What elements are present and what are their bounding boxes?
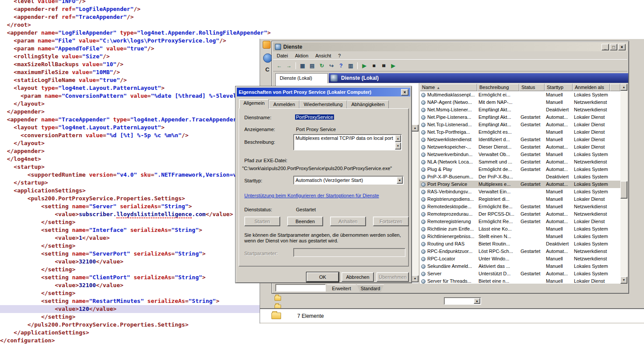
code-editor[interactable]: <level value="INFO"/> <appender-ref ref=… [0, 0, 261, 345]
column-header-anmelden[interactable]: Anmelden als [573, 84, 610, 91]
pause-service-icon[interactable]: ▮▮ [379, 61, 388, 70]
service-row[interactable]: Remotedesktopdie...Ermöglicht Be...Gesta… [420, 203, 620, 210]
tab-anmelden[interactable]: Anmelden [269, 100, 299, 109]
extended-pane-scrollbar[interactable]: ▲ ▼ [412, 124, 419, 282]
scroll-up-icon[interactable]: ▲ [620, 84, 627, 91]
service-row[interactable]: Net.Tcp-Portfreiga...Ermöglicht es...Man… [420, 128, 620, 136]
service-row[interactable]: Multimediaklassenpl...Ermöglicht ei...Ma… [420, 91, 620, 99]
service-filler-cell [610, 248, 620, 255]
beenden-button[interactable]: Beenden [287, 217, 323, 226]
show-console-tree-icon[interactable]: ▦ [298, 61, 307, 70]
starttyp-combobox[interactable]: Automatisch (Verzögerter Start) ▼ [293, 176, 404, 185]
service-startup-cell: Manuell [545, 225, 573, 233]
anhalten-button[interactable]: Anhalten [330, 217, 366, 226]
export-list-icon[interactable]: ▤ [308, 61, 317, 70]
service-row[interactable]: Richtlinienergebniss...Stellt einen N...… [420, 233, 620, 240]
service-row[interactable]: Netzwerkspeicher-...Dieser Dienst...Gest… [420, 143, 620, 151]
service-row[interactable]: Net.Msmq-Listener...Empfängt Akt...Deakt… [420, 106, 620, 114]
service-row[interactable]: Plug & PlayErmöglicht de...GestartetAuto… [420, 166, 620, 173]
uebernehmen-button[interactable]: Übernehmen [377, 272, 409, 282]
properties-icon[interactable]: ▥ [346, 61, 355, 70]
menu-datei[interactable]: Datei [273, 53, 292, 58]
tab-abhaengigkeiten[interactable]: Abhängigkeiten [347, 100, 389, 109]
startparameter-input[interactable] [293, 248, 405, 257]
scroll-down-icon[interactable]: ▼ [412, 275, 419, 282]
service-row[interactable]: Netzwerkverbindun...Verwaltet Ob...Gesta… [420, 151, 620, 158]
background-combobox[interactable]: ▼ [444, 297, 481, 305]
close-icon[interactable]: × [401, 89, 408, 96]
service-name-cell: Net.Tcp-Portfreiga... [420, 128, 477, 136]
services-list-scrollbar[interactable]: ▲ ▼ [620, 84, 627, 284]
folder-icon[interactable] [274, 296, 281, 301]
menu-aktion[interactable]: Aktion [292, 53, 312, 58]
column-header-status[interactable]: Status [519, 84, 545, 91]
restart-service-icon[interactable]: ▶ [389, 61, 398, 70]
back-icon[interactable]: ← [275, 61, 284, 70]
nav-circle-icon[interactable] [263, 53, 272, 63]
service-row[interactable]: NAP-Agent (Netwo...Mit dem NAP-...Manuel… [420, 99, 620, 106]
service-filler-cell [610, 136, 620, 143]
minimize-icon[interactable]: _ [602, 44, 609, 50]
service-row[interactable]: RPC-LocatorUnter Windo...ManuellNetzwerk… [420, 255, 620, 263]
services-window-titlebar[interactable]: Dienste _ □ × [273, 43, 627, 51]
service-row[interactable]: RemoteregistrierungErmöglicht Re...Gesta… [420, 218, 620, 225]
service-row[interactable]: RAS-Verbindungsv...Verwaltet Ein...Manue… [420, 188, 620, 196]
column-header-beschreibung[interactable]: Beschreibung [477, 84, 519, 91]
abbrechen-button[interactable]: Abbrechen [341, 272, 374, 282]
scrollbar-thumb[interactable] [620, 181, 627, 199]
ok-button[interactable]: OK [306, 272, 339, 282]
sort-asc-icon: ▲ [436, 86, 440, 90]
service-row[interactable]: NLA (Network Loca...Sammelt und ...Gesta… [420, 158, 620, 166]
code-line: <appender name="LogFileAppender" type="l… [0, 29, 261, 37]
dialog-titlebar[interactable]: Eigenschaften von Port Proxy Service (Lo… [237, 88, 410, 96]
service-row[interactable]: Richtlinie zum Entfe...Lässt eine Ko...M… [420, 225, 620, 233]
forward-icon[interactable]: → [285, 61, 293, 70]
console-tree-tab[interactable]: Dienste (Lokal) [275, 73, 328, 83]
pfad-label: Pfad zur EXE-Datei: [244, 158, 287, 163]
startparameter-hint: Sie können die Startparameter angeben, d… [244, 232, 403, 244]
service-row[interactable]: ServerUnterstützt D...GestartetAutomat..… [420, 270, 620, 277]
service-row[interactable]: NetzwerklistendienstIdentifiziert d...Ge… [420, 136, 620, 143]
maximize-icon[interactable]: □ [610, 44, 617, 50]
service-row[interactable]: Registrierungsdiens...Registriert di...M… [420, 196, 620, 203]
service-row[interactable]: Routing und RASBietet Routin...Deaktivie… [420, 240, 620, 248]
service-status-cell [519, 263, 545, 270]
service-row[interactable]: Net.Tcp-Listenerad...Empfängt Akt...Gest… [420, 121, 620, 128]
service-startup-cell: Manuell [545, 188, 573, 196]
column-header-starttyp[interactable]: Starttyp [545, 84, 573, 91]
scroll-up-icon[interactable]: ▲ [395, 135, 401, 142]
startoptionen-help-link[interactable]: Unterstützung beim Konfigurieren der Sta… [244, 193, 379, 198]
tab-standard[interactable]: Standard [357, 285, 384, 292]
service-row[interactable]: Server für Threads...Bietet eine n...Man… [420, 277, 620, 284]
column-header-name[interactable]: Name▲ [420, 84, 477, 91]
dropdown-arrow-icon[interactable]: ▼ [397, 177, 403, 184]
stop-service-icon[interactable]: ■ [370, 61, 378, 70]
code-line: </appender> [0, 108, 261, 116]
dropdown-arrow-icon[interactable]: ▼ [474, 298, 480, 304]
service-row[interactable]: Net.Pipe-Listenera...Empfängt Akt...Gest… [420, 114, 620, 121]
service-row[interactable]: RPC-Endpunktzuor...Löst RPC-Sch...Gestar… [420, 248, 620, 255]
service-row[interactable]: Port Proxy ServiceMultiplexes e...Gestar… [420, 181, 620, 188]
service-row[interactable]: Sekundäre Anmeld...Aktiviert das ...Manu… [420, 263, 620, 270]
close-icon[interactable]: × [618, 44, 626, 50]
tab-wiederherstellung[interactable]: Wiederherstellung [299, 100, 347, 109]
menu-hilfe[interactable]: ? [334, 53, 344, 58]
export-icon[interactable]: ↪ [327, 61, 336, 70]
refresh-icon[interactable]: ↻ [317, 61, 326, 70]
scroll-down-icon[interactable]: ▼ [620, 277, 627, 284]
bottom-filter-box[interactable] [275, 284, 326, 292]
fortsetzen-button[interactable]: Fortsetzen [373, 217, 409, 226]
menu-ansicht[interactable]: Ansicht [312, 53, 334, 58]
help-icon[interactable]: ? [337, 61, 345, 70]
tab-erweitert[interactable]: Erweitert [327, 285, 356, 292]
scroll-up-icon[interactable]: ▲ [412, 124, 419, 132]
starten-button[interactable]: Starten [244, 217, 280, 226]
dienstname-value[interactable]: PortProxyService [295, 114, 334, 120]
scroll-down-icon[interactable]: ▼ [395, 142, 401, 149]
code-line: </layout> [0, 100, 261, 108]
service-row[interactable]: Remoteprozedurau...Der RPCSS-Di...Gestar… [420, 210, 620, 218]
service-row[interactable]: PnP-X-IP-Busenum...Der PnP-X-Bu...Deakti… [420, 173, 620, 181]
beschreibung-field[interactable]: Multiplexes external TCP/IP data on loca… [293, 134, 402, 150]
start-service-icon[interactable]: ▶ [360, 61, 369, 70]
tab-allgemein[interactable]: Allgemein [239, 99, 269, 109]
